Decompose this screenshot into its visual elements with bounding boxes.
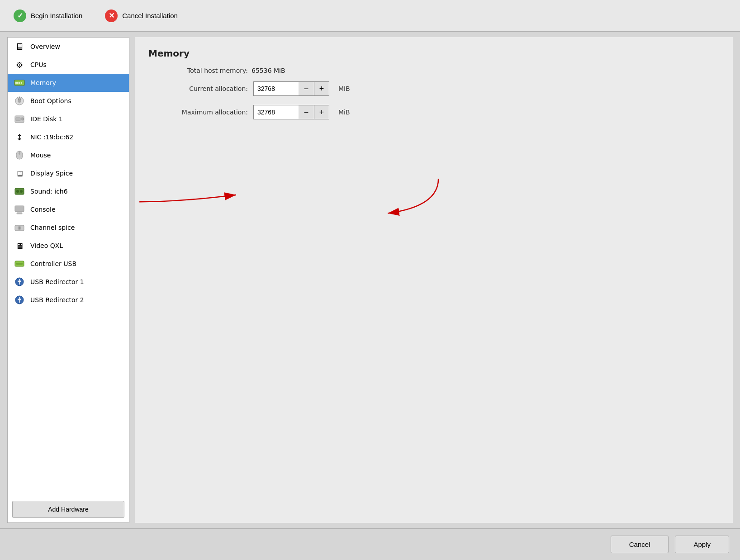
bottom-bar: Cancel Apply bbox=[0, 528, 740, 560]
sidebar: 🖥 Overview ⚙ CPUs Memory bbox=[7, 37, 129, 523]
sidebar-item-ide-disk-1[interactable]: IDE Disk 1 bbox=[8, 110, 129, 128]
svg-rect-2 bbox=[17, 82, 19, 84]
sidebar-item-label: CPUs bbox=[30, 61, 47, 68]
sidebar-item-usb-redirector-2[interactable]: USB Redirector 2 bbox=[8, 291, 129, 309]
sidebar-item-label: USB Redirector 2 bbox=[30, 296, 84, 304]
sidebar-item-label: IDE Disk 1 bbox=[30, 115, 63, 123]
sidebar-item-boot-options[interactable]: Boot Options bbox=[8, 92, 129, 110]
current-allocation-row: Current allocation: − + MiB bbox=[148, 81, 719, 96]
usb-icon-2 bbox=[13, 295, 26, 305]
svg-point-20 bbox=[19, 228, 20, 229]
sidebar-item-label: Display Spice bbox=[30, 170, 73, 177]
sidebar-item-channel-spice[interactable]: Channel spice bbox=[8, 218, 129, 237]
maximum-allocation-unit: MiB bbox=[338, 109, 350, 116]
current-allocation-plus-button[interactable]: + bbox=[314, 81, 329, 96]
sidebar-item-mouse[interactable]: Mouse bbox=[8, 146, 129, 164]
sidebar-item-console[interactable]: Console bbox=[8, 200, 129, 218]
begin-installation-button[interactable]: ✓ Begin Installation bbox=[9, 7, 87, 25]
maximum-allocation-plus-button[interactable]: + bbox=[314, 105, 329, 119]
current-allocation-unit: MiB bbox=[338, 85, 350, 92]
begin-installation-label: Begin Installation bbox=[31, 12, 82, 19]
channel-icon bbox=[13, 223, 26, 233]
svg-rect-17 bbox=[17, 213, 22, 214]
sidebar-item-cpus[interactable]: ⚙ CPUs bbox=[8, 56, 129, 74]
check-icon: ✓ bbox=[14, 9, 26, 22]
maximum-allocation-row: Maximum allocation: − + MiB bbox=[148, 105, 719, 119]
sidebar-item-display-spice[interactable]: 🖥 Display Spice bbox=[8, 164, 129, 182]
svg-point-6 bbox=[18, 99, 21, 103]
cancel-installation-button[interactable]: ✕ Cancel Installation bbox=[100, 7, 182, 25]
usb-icon-1 bbox=[13, 277, 26, 287]
cpu-icon: ⚙ bbox=[13, 60, 26, 70]
main-content: 🖥 Overview ⚙ CPUs Memory bbox=[0, 32, 740, 528]
sidebar-item-memory[interactable]: Memory bbox=[8, 74, 129, 92]
sidebar-item-video-qxl[interactable]: 🖥 Video QXL bbox=[8, 237, 129, 255]
current-allocation-input[interactable] bbox=[253, 81, 299, 96]
display-icon: 🖥 bbox=[13, 168, 26, 178]
boot-icon bbox=[13, 96, 26, 106]
page-title: Memory bbox=[148, 48, 719, 59]
svg-rect-1 bbox=[15, 82, 17, 84]
disk-icon bbox=[13, 114, 26, 124]
mouse-icon bbox=[13, 150, 26, 160]
sidebar-footer: Add Hardware bbox=[8, 496, 129, 522]
sidebar-item-label: NIC :19:bc:62 bbox=[30, 133, 73, 141]
sidebar-item-label: Channel spice bbox=[30, 224, 75, 231]
add-hardware-button[interactable]: Add Hardware bbox=[12, 501, 124, 518]
sidebar-item-nic[interactable]: ↕ NIC :19:bc:62 bbox=[8, 128, 129, 146]
total-host-memory-value: 65536 MiB bbox=[251, 67, 285, 74]
svg-rect-22 bbox=[16, 263, 23, 265]
sidebar-item-label: USB Redirector 1 bbox=[30, 278, 84, 285]
toolbar: ✓ Begin Installation ✕ Cancel Installati… bbox=[0, 0, 740, 32]
total-host-memory-label: Total host memory: bbox=[148, 67, 248, 74]
sidebar-item-label: Sound: ich6 bbox=[30, 188, 68, 195]
maximum-allocation-label: Maximum allocation: bbox=[148, 109, 248, 116]
total-host-memory-row: Total host memory: 65536 MiB bbox=[148, 67, 719, 74]
usb-controller-icon bbox=[13, 259, 26, 269]
sidebar-item-controller-usb[interactable]: Controller USB bbox=[8, 255, 129, 273]
sidebar-item-sound-ich6[interactable]: Sound: ich6 bbox=[8, 182, 129, 200]
current-allocation-label: Current allocation: bbox=[148, 85, 248, 92]
sidebar-item-label: Memory bbox=[30, 79, 56, 86]
sidebar-item-label: Controller USB bbox=[30, 260, 76, 267]
sidebar-list: 🖥 Overview ⚙ CPUs Memory bbox=[8, 38, 129, 496]
current-allocation-minus-button[interactable]: − bbox=[299, 81, 314, 96]
video-icon: 🖥 bbox=[13, 241, 26, 251]
apply-button[interactable]: Apply bbox=[675, 536, 729, 553]
svg-point-14 bbox=[16, 190, 19, 193]
maximum-allocation-input[interactable] bbox=[253, 105, 299, 119]
cancel-icon: ✕ bbox=[105, 9, 118, 22]
svg-point-15 bbox=[20, 190, 23, 193]
svg-rect-4 bbox=[21, 82, 22, 84]
svg-point-12 bbox=[19, 152, 20, 154]
current-allocation-control: − + bbox=[253, 81, 329, 96]
nic-icon: ↕ bbox=[13, 132, 26, 142]
console-icon bbox=[13, 204, 26, 214]
cancel-button[interactable]: Cancel bbox=[611, 536, 669, 553]
sidebar-item-label: Mouse bbox=[30, 152, 51, 159]
sidebar-item-label: Console bbox=[30, 206, 56, 213]
svg-rect-16 bbox=[15, 206, 24, 212]
svg-point-8 bbox=[21, 118, 24, 120]
sidebar-item-usb-redirector-1[interactable]: USB Redirector 1 bbox=[8, 273, 129, 291]
sidebar-item-overview[interactable]: 🖥 Overview bbox=[8, 38, 129, 56]
sound-icon bbox=[13, 186, 26, 196]
content-panel: Memory Total host memory: 65536 MiB Curr… bbox=[135, 37, 733, 523]
cancel-installation-label: Cancel Installation bbox=[122, 12, 178, 19]
ram-icon bbox=[13, 78, 26, 88]
svg-rect-9 bbox=[16, 118, 20, 121]
maximum-allocation-minus-button[interactable]: − bbox=[299, 105, 314, 119]
svg-rect-3 bbox=[19, 82, 20, 84]
monitor-icon: 🖥 bbox=[13, 42, 26, 52]
sidebar-item-label: Overview bbox=[30, 43, 60, 50]
sidebar-item-label: Boot Options bbox=[30, 97, 71, 104]
sidebar-item-label: Video QXL bbox=[30, 242, 63, 249]
maximum-allocation-control: − + bbox=[253, 105, 329, 119]
